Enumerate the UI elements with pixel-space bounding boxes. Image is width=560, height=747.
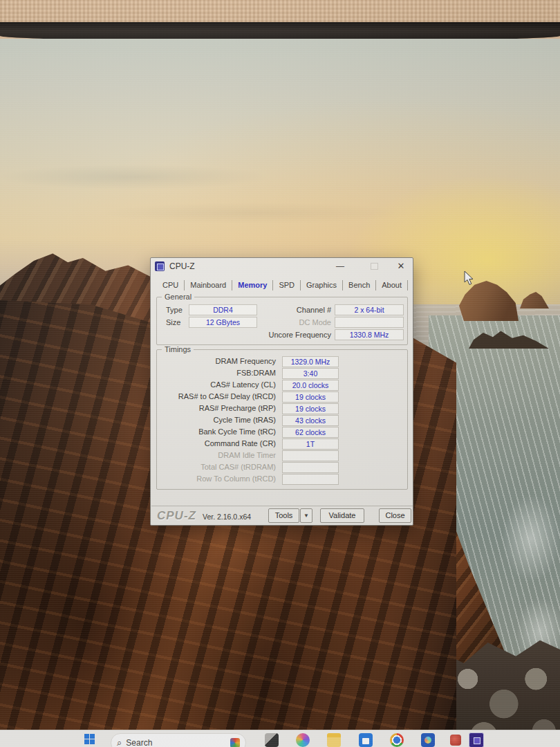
mouse-cursor bbox=[464, 270, 475, 286]
tab-bench[interactable]: Bench bbox=[344, 279, 375, 291]
tab-separator bbox=[300, 280, 301, 290]
timing-row: FSB:DRAM3:40 bbox=[157, 368, 407, 379]
timings-legend: Timings bbox=[162, 345, 194, 353]
search-icon: ⌕ bbox=[117, 737, 122, 747]
timing-row: Bank Cycle Time (tRC)62 clocks bbox=[157, 427, 407, 438]
timing-row: Cycle Time (tRAS)43 clocks bbox=[157, 415, 407, 426]
uncore-frequency-label: Uncore Frequency bbox=[240, 331, 331, 339]
timing-field: 1329.0 MHz bbox=[282, 356, 339, 367]
tab-cpu[interactable]: CPU bbox=[158, 279, 183, 291]
tab-separator bbox=[342, 280, 343, 290]
type-field: DDR4 bbox=[189, 304, 257, 315]
copilot-icon[interactable] bbox=[296, 733, 310, 747]
tab-separator bbox=[272, 280, 273, 290]
dc-mode-label: DC Mode bbox=[261, 318, 331, 326]
tab-about[interactable]: About bbox=[377, 279, 407, 291]
timing-field: 19 clocks bbox=[282, 391, 339, 403]
tab-spd[interactable]: SPD bbox=[274, 279, 299, 291]
close-button[interactable]: Close bbox=[379, 508, 411, 523]
timings-groupbox: Timings DRAM Frequency1329.0 MHz FSB:DRA… bbox=[156, 349, 408, 490]
timing-row: DRAM Idle Timer bbox=[157, 450, 407, 461]
tab-bar: CPU Mainboard Memory SPD Graphics Bench … bbox=[158, 278, 409, 292]
timing-field: 1T bbox=[282, 439, 339, 450]
channel-label: Channel # bbox=[261, 306, 331, 314]
timing-row: Command Rate (CR)1T bbox=[157, 439, 407, 450]
taskbar: ⌕ Search bbox=[0, 730, 560, 747]
timing-field: 62 clocks bbox=[282, 427, 339, 438]
window-title: CPU-Z bbox=[169, 261, 195, 271]
search-input[interactable]: ⌕ Search bbox=[111, 733, 246, 747]
channel-field: 2 x 64-bit bbox=[335, 304, 404, 315]
tab-separator bbox=[407, 280, 408, 290]
photos-icon[interactable] bbox=[421, 733, 435, 747]
tools-dropdown-icon[interactable]: ▼ bbox=[300, 508, 312, 523]
timing-field bbox=[282, 450, 339, 461]
timing-field: 43 clocks bbox=[282, 415, 339, 426]
file-explorer-icon[interactable] bbox=[327, 733, 341, 747]
tab-separator bbox=[232, 280, 232, 290]
size-field: 12 GBytes bbox=[189, 317, 257, 328]
maximize-icon[interactable] bbox=[371, 263, 378, 270]
dc-mode-field bbox=[335, 317, 404, 328]
version-text: Ver. 2.16.0.x64 bbox=[203, 513, 251, 521]
tab-memory[interactable]: Memory bbox=[233, 279, 272, 291]
search-highlight-icon bbox=[230, 738, 240, 747]
cpuz-taskbar-icon[interactable] bbox=[469, 732, 484, 747]
app-icon[interactable] bbox=[450, 735, 461, 746]
tab-separator bbox=[184, 280, 185, 290]
timing-field: 19 clocks bbox=[282, 403, 339, 414]
timing-row: RAS# Precharge (tRP)19 clocks bbox=[157, 403, 407, 414]
timing-field: 3:40 bbox=[282, 368, 339, 379]
tools-button[interactable]: Tools bbox=[268, 508, 299, 523]
chrome-icon[interactable] bbox=[390, 733, 404, 747]
validate-button[interactable]: Validate bbox=[320, 508, 364, 523]
cpuz-app-icon bbox=[155, 261, 165, 271]
uncore-frequency-field: 1330.8 MHz bbox=[335, 329, 404, 340]
footer-divider bbox=[151, 506, 413, 506]
general-groupbox: General Type DDR4 Size 12 GBytes Channel… bbox=[156, 297, 408, 345]
general-legend: General bbox=[162, 293, 194, 301]
tab-graphics[interactable]: Graphics bbox=[301, 279, 342, 291]
microsoft-store-icon[interactable] bbox=[359, 733, 373, 747]
cpuz-logo: CPU-Z bbox=[157, 509, 196, 523]
windows-start-icon[interactable] bbox=[84, 734, 95, 744]
screen-clip-icon[interactable] bbox=[265, 733, 279, 747]
timing-field: 20.0 clocks bbox=[282, 380, 339, 391]
footer-bar: CPU-Z Ver. 2.16.0.x64 Tools ▼ Validate C… bbox=[151, 508, 413, 525]
tab-mainboard[interactable]: Mainboard bbox=[185, 279, 231, 291]
timing-row: Total CAS# (tRDRAM) bbox=[157, 462, 407, 473]
close-icon[interactable]: ✕ bbox=[395, 261, 407, 272]
cpuz-window: CPU-Z — ✕ CPU Mainboard Memory SPD Graph… bbox=[150, 257, 413, 526]
timing-field bbox=[282, 474, 339, 485]
timing-row: CAS# Latency (CL)20.0 clocks bbox=[157, 380, 407, 391]
timing-field bbox=[282, 462, 339, 473]
minimize-icon[interactable]: — bbox=[335, 261, 346, 272]
timing-row: RAS# to CAS# Delay (tRCD)19 clocks bbox=[157, 391, 407, 403]
timing-row: DRAM Frequency1329.0 MHz bbox=[157, 356, 407, 367]
search-placeholder: Search bbox=[126, 738, 226, 747]
title-bar[interactable]: CPU-Z — ✕ bbox=[151, 258, 413, 275]
size-label: Size bbox=[166, 318, 180, 326]
timing-row: Row To Column (tRCD) bbox=[157, 474, 407, 485]
tab-separator bbox=[375, 280, 376, 290]
type-label: Type bbox=[166, 306, 183, 314]
